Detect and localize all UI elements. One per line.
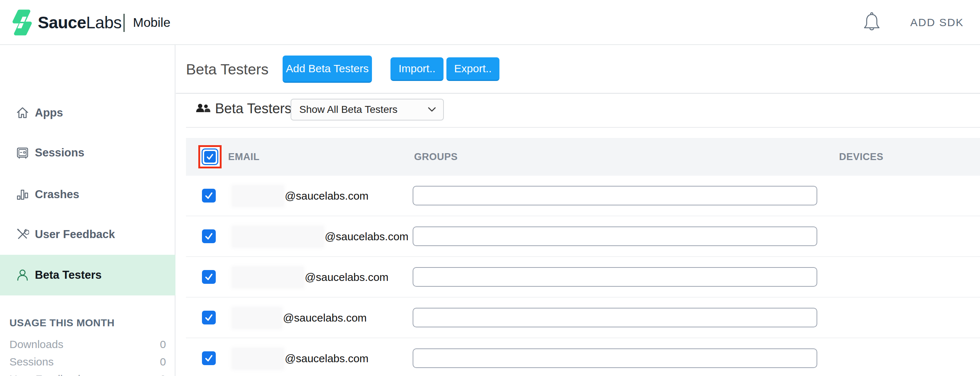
usage-row-user-feedback: User Feedback 0 — [10, 372, 166, 376]
row-checkbox[interactable] — [202, 351, 216, 365]
saucelabs-logo-icon — [12, 9, 33, 36]
row-checkbox[interactable] — [202, 229, 216, 243]
sidebar-item-apps[interactable]: Apps — [0, 99, 175, 127]
product-name: Mobile — [133, 0, 170, 45]
email-domain: @saucelabs.com — [283, 312, 367, 324]
section-divider — [186, 127, 980, 128]
sidebar-item-label: Apps — [35, 106, 63, 119]
table-row: @saucelabs.com — [186, 257, 980, 298]
select-all-checkbox[interactable] — [202, 148, 218, 165]
row-checkbox[interactable] — [202, 311, 216, 324]
top-navigation-bar: SauceLabs Mobile ADD SDK — [0, 0, 980, 45]
page-title: Beta Testers — [186, 61, 269, 78]
usage-row-sessions: Sessions 0 — [10, 355, 166, 369]
checkmark-icon — [204, 151, 216, 163]
sidebar-item-label: User Feedback — [35, 228, 115, 241]
sidebar-item-crashes[interactable]: Crashes — [0, 181, 175, 208]
sessions-icon — [16, 146, 29, 159]
annotation-highlight-box — [198, 145, 221, 168]
column-header-devices: DEVICES — [839, 138, 883, 176]
sidebar-item-user-feedback[interactable]: User Feedback — [0, 221, 175, 248]
usage-value: 0 — [160, 338, 166, 351]
notifications-bell-icon[interactable] — [862, 12, 881, 33]
column-header-groups: GROUPS — [414, 138, 458, 176]
email-domain: @saucelabs.com — [325, 230, 409, 243]
table-row: @saucelabs.com — [186, 298, 980, 338]
brand-bold: Sauce — [38, 13, 86, 32]
export-button[interactable]: Export.. — [446, 57, 500, 81]
redacted-username — [232, 267, 303, 287]
usage-section-title: USAGE THIS MONTH — [10, 317, 115, 329]
row-checkbox[interactable] — [202, 270, 216, 284]
sidebar-item-label: Crashes — [35, 188, 79, 201]
home-icon — [16, 106, 29, 119]
section-title: Beta Testers — [215, 101, 292, 116]
add-beta-testers-button[interactable]: Add Beta Testers — [283, 56, 372, 83]
import-button[interactable]: Import.. — [390, 57, 444, 81]
email-domain: @saucelabs.com — [305, 271, 389, 284]
table-row: @saucelabs.com — [186, 176, 980, 216]
table-row: @saucelabs.com — [186, 216, 980, 257]
brand-light: Labs — [86, 13, 122, 32]
email-cell: @saucelabs.com — [232, 216, 409, 257]
groups-input[interactable] — [413, 348, 817, 368]
people-icon — [196, 102, 211, 116]
sidebar-item-label: Beta Testers — [35, 268, 102, 282]
redacted-username — [232, 348, 283, 369]
usage-label: Sessions — [10, 356, 54, 368]
groups-input[interactable] — [413, 227, 817, 246]
brand-divider — [124, 14, 124, 32]
tools-icon — [16, 228, 29, 241]
brand-wordmark: SauceLabs — [38, 0, 122, 45]
column-header-email: EMAIL — [228, 138, 260, 176]
person-icon — [16, 268, 29, 282]
email-cell: @saucelabs.com — [232, 257, 389, 298]
bar-chart-icon — [16, 188, 29, 201]
email-domain: @saucelabs.com — [285, 190, 369, 202]
filter-selected-value: Show All Beta Testers — [299, 104, 398, 116]
usage-value: 0 — [160, 356, 166, 368]
sidebar-item-beta-testers[interactable]: Beta Testers — [0, 255, 175, 295]
redacted-username — [232, 227, 323, 247]
usage-value: 0 — [160, 373, 166, 376]
usage-label: User Feedback — [10, 373, 83, 376]
groups-input[interactable] — [413, 186, 817, 205]
email-cell: @saucelabs.com — [232, 176, 369, 216]
sidebar: Apps Sessions — [0, 45, 175, 376]
saucelabs-mobile-app: SauceLabs Mobile ADD SDK Apps — [0, 0, 980, 376]
beta-testers-filter-select[interactable]: Show All Beta Testers — [291, 99, 444, 121]
sidebar-item-label: Sessions — [35, 146, 84, 159]
email-cell: @saucelabs.com — [232, 338, 369, 376]
groups-input[interactable] — [413, 267, 817, 287]
usage-label: Downloads — [10, 338, 63, 351]
email-cell: @saucelabs.com — [232, 298, 367, 338]
chevron-down-icon — [428, 107, 436, 113]
redacted-username — [232, 308, 282, 328]
email-domain: @saucelabs.com — [285, 352, 369, 365]
sidebar-item-sessions[interactable]: Sessions — [0, 139, 175, 167]
toolbar-divider — [176, 93, 980, 94]
add-sdk-button[interactable]: ADD SDK — [910, 0, 964, 45]
table-row: @saucelabs.com — [186, 338, 980, 376]
groups-input[interactable] — [413, 308, 817, 327]
row-checkbox[interactable] — [202, 189, 216, 203]
redacted-username — [232, 186, 283, 206]
usage-row-downloads: Downloads 0 — [10, 337, 166, 352]
table-header: EMAIL GROUPS DEVICES — [186, 138, 980, 176]
